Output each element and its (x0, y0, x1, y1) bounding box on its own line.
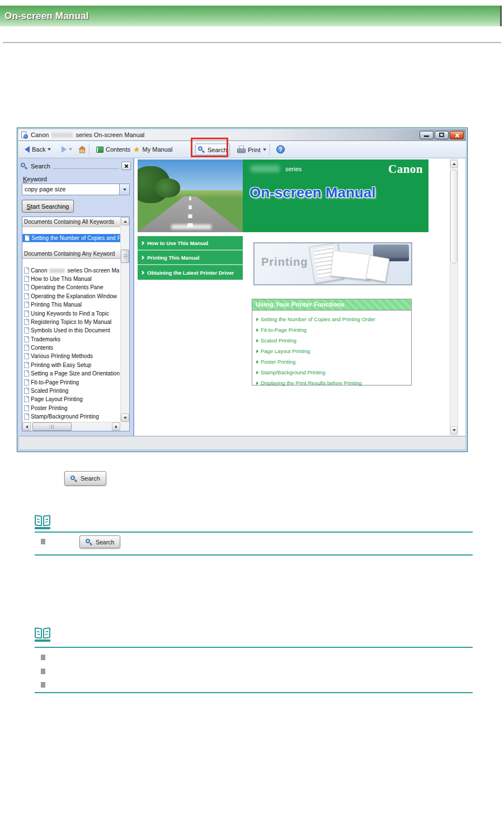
printing-banner[interactable]: Printing (253, 242, 412, 285)
arrow-down-icon (453, 429, 456, 431)
result-item[interactable]: Page Layout Printing (22, 395, 120, 403)
search-button-image[interactable]: Search (64, 471, 106, 486)
horizontal-scrollbar[interactable] (22, 422, 120, 431)
hero-title: On-screen Manual (249, 184, 375, 201)
result-item[interactable]: Printing with Easy Setup (22, 361, 120, 369)
search-icon (86, 538, 93, 545)
nav-link[interactable]: How to Use This Manual (138, 236, 243, 251)
function-link[interactable]: Stamp/Background Printing (256, 367, 408, 378)
document-icon (24, 388, 29, 394)
scrollbar-thumb[interactable] (450, 170, 458, 264)
scroll-down-button[interactable] (450, 426, 458, 434)
result-item[interactable]: Registering Topics to My Manual (22, 318, 120, 326)
functions-header: Using Your Printer Functions (252, 299, 411, 311)
print-button[interactable]: Print (234, 144, 269, 156)
scrollbar-thumb[interactable] (32, 422, 72, 431)
forward-dropdown-icon[interactable] (69, 148, 72, 151)
function-link[interactable]: Setting the Number of Copies and Printin… (256, 314, 408, 325)
chevron-right-icon (140, 255, 144, 259)
search-icon (21, 162, 28, 170)
result-item[interactable]: Trademarks (22, 335, 120, 344)
function-link[interactable]: Displaying the Print Results before Prin… (256, 378, 408, 388)
chevron-right-icon (256, 328, 258, 332)
scrollbar-thumb[interactable] (121, 250, 129, 263)
scroll-right-button[interactable] (112, 422, 120, 431)
chevron-right-icon (256, 339, 258, 342)
toolbar-separator (270, 144, 270, 155)
print-dropdown-icon[interactable] (263, 148, 266, 151)
result-item-selected[interactable]: Setting the Number of Copies and P (22, 234, 120, 242)
search-pane-title: Search (31, 163, 50, 170)
scroll-up-button[interactable] (450, 160, 458, 168)
result-item[interactable]: Fit-to-Page Printing (22, 378, 120, 386)
document-icon (24, 293, 29, 299)
result-item[interactable]: Canonseries On-screen Ma (22, 266, 120, 274)
search-button-image[interactable]: Search (79, 535, 120, 548)
chevron-down-icon (123, 189, 126, 191)
window-titlebar[interactable]: Canon series On-screen Manual (18, 129, 466, 141)
home-button[interactable] (76, 144, 89, 156)
scroll-down-button[interactable] (121, 413, 129, 422)
result-item[interactable]: Contents (22, 344, 120, 352)
document-icon (24, 319, 29, 325)
result-item[interactable]: Operating the Explanation Window (22, 292, 120, 300)
window-controls (420, 131, 464, 139)
result-item[interactable]: Symbols Used in this Document (22, 326, 120, 335)
back-dropdown-icon[interactable] (48, 148, 51, 151)
scroll-up-button[interactable] (121, 217, 129, 225)
result-item[interactable]: How to Use This Manual (22, 275, 120, 283)
my-manual-button[interactable]: ★ My Manual (130, 144, 175, 155)
result-item[interactable]: Various Printing Methods (22, 352, 120, 360)
nav-link[interactable]: Printing This Manual (138, 251, 243, 265)
start-searching-button[interactable]: Start Searching (22, 200, 74, 213)
search-highlight-annotation (191, 138, 228, 157)
keyword-combobox[interactable]: copy page size (22, 184, 130, 195)
result-item[interactable]: Printing This Manual (22, 300, 120, 309)
result-item[interactable]: Setting a Page Size and Orientation (22, 369, 120, 378)
search-icon (70, 475, 78, 482)
vertical-scrollbar[interactable] (120, 217, 129, 422)
vertical-scrollbar[interactable] (450, 159, 458, 435)
arrow-left-icon (26, 425, 28, 429)
document-icon (24, 379, 29, 385)
result-item[interactable]: Operating the Contents Pane (22, 283, 120, 291)
series-label: series (285, 166, 302, 172)
pane-divider-dots (53, 163, 119, 168)
close-button[interactable] (450, 131, 464, 139)
back-button[interactable]: Back (22, 144, 54, 155)
minimize-button[interactable] (420, 131, 434, 139)
result-item[interactable]: Stamp/Background Printing (22, 412, 120, 421)
toolbar-separator (89, 144, 90, 155)
keyword-input-value[interactable]: copy page size (25, 186, 65, 192)
model-name-redacted (49, 269, 65, 273)
document-icon (24, 405, 29, 411)
arrow-down-icon (124, 417, 127, 419)
scroll-left-button[interactable] (22, 422, 31, 431)
function-link[interactable]: Poster Printing (256, 356, 408, 367)
function-link[interactable]: Scaled Printing (256, 335, 408, 346)
hero-banner: series Canon On-screen Manual (138, 159, 428, 232)
help-button[interactable]: ? (274, 143, 288, 156)
close-pane-button[interactable] (121, 162, 131, 170)
top-divider (3, 42, 501, 43)
contents-button[interactable]: Contents (93, 144, 133, 155)
minimize-icon (424, 135, 429, 137)
chevron-right-icon (256, 318, 258, 321)
note-book-icon (35, 515, 50, 529)
search-results-list: Documents Containing All Keywords Settin… (22, 217, 130, 431)
function-link[interactable]: Fit-to-Page Printing (256, 325, 408, 335)
keyword-dropdown-button[interactable] (119, 184, 129, 195)
list-bullet (41, 655, 45, 660)
maximize-button[interactable] (435, 131, 449, 139)
contents-book-icon (96, 147, 103, 153)
list-bullet (41, 682, 45, 688)
forward-button[interactable] (59, 144, 75, 155)
arrow-up-icon (453, 163, 456, 165)
result-item[interactable]: Using Keywords to Find a Topic (22, 309, 120, 317)
result-item[interactable]: Scaled Printing (22, 387, 120, 395)
function-link[interactable]: Page Layout Printing (256, 346, 408, 356)
note-divider (35, 532, 473, 533)
result-item[interactable]: Poster Printing (22, 404, 120, 412)
back-arrow-icon (25, 146, 30, 153)
nav-link[interactable]: Obtaining the Latest Printer Driver (138, 265, 243, 280)
